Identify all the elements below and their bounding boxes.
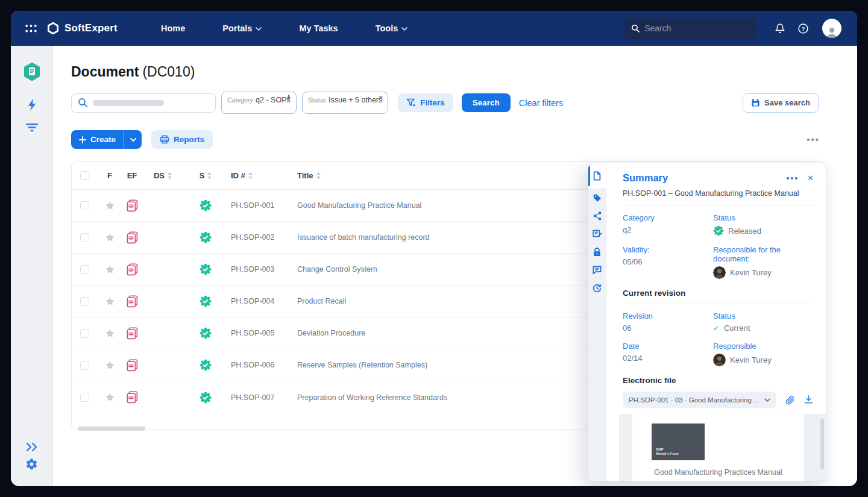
row-checkbox[interactable] bbox=[80, 393, 89, 402]
tab-comments-icon[interactable] bbox=[588, 261, 606, 279]
clear-filters-link[interactable]: Clear filters bbox=[519, 98, 563, 108]
tab-history-icon[interactable] bbox=[588, 279, 606, 297]
close-icon[interactable]: ✕ bbox=[807, 173, 814, 183]
preview-thumbnail: GMP Wendy's Food bbox=[652, 424, 705, 460]
field-doc-responsible: Responsible for the document: Kevin Ture… bbox=[713, 245, 814, 279]
status-filter-chip[interactable]: Status Issue + 5 others ✕ bbox=[302, 92, 389, 114]
filter-lines-icon[interactable] bbox=[25, 123, 39, 133]
preview-caption: Good Manufacturing Practices Manual bbox=[654, 468, 782, 477]
chevron-down-icon bbox=[130, 138, 136, 142]
category-filter-chip[interactable]: Category q2 - SOPs bbox=[221, 92, 297, 114]
column-digital-signature[interactable]: DS bbox=[145, 171, 180, 180]
expand-sidebar-chevrons-icon[interactable] bbox=[25, 442, 39, 452]
svg-text:?: ? bbox=[802, 25, 805, 31]
horizontal-scrollbar[interactable] bbox=[78, 427, 145, 431]
summary-more-options[interactable]: ••• bbox=[786, 173, 799, 183]
left-sidebar bbox=[11, 46, 53, 486]
favorite-star-icon[interactable] bbox=[101, 360, 119, 370]
released-seal-icon bbox=[180, 199, 231, 211]
row-checkbox[interactable] bbox=[80, 201, 89, 210]
favorite-star-icon[interactable] bbox=[101, 296, 119, 307]
favorite-star-icon[interactable] bbox=[101, 392, 119, 402]
preview-page[interactable]: GMP Wendy's Food Good Manufacturing Prac… bbox=[632, 414, 804, 482]
nav-item-home[interactable]: Home bbox=[161, 23, 185, 33]
help-icon[interactable]: ? bbox=[797, 23, 809, 34]
brand-name: SoftExpert bbox=[64, 22, 118, 34]
released-seal-icon bbox=[180, 263, 231, 275]
column-electronic-file[interactable]: EF bbox=[119, 171, 145, 180]
document-id[interactable]: PH.SOP-003 bbox=[231, 265, 297, 274]
field-status: Status Released bbox=[713, 213, 814, 236]
tab-summary-doc-icon[interactable] bbox=[588, 163, 606, 189]
tab-form-edit-icon[interactable] bbox=[588, 225, 606, 243]
document-id[interactable]: PH.SOP-004 bbox=[231, 297, 297, 305]
save-search-button[interactable]: Save search bbox=[743, 93, 819, 113]
list-more-options[interactable]: ••• bbox=[807, 134, 820, 145]
tab-share-icon[interactable] bbox=[588, 207, 606, 225]
pdf-file-icon[interactable]: PDF bbox=[119, 295, 145, 308]
svg-text:PDF: PDF bbox=[128, 333, 133, 335]
column-id[interactable]: ID # bbox=[231, 171, 297, 180]
softexpert-logo-icon bbox=[46, 22, 60, 35]
electronic-file-heading: Electronic file bbox=[623, 376, 814, 385]
favorite-star-icon[interactable] bbox=[101, 201, 119, 211]
settings-gear-icon[interactable] bbox=[25, 458, 38, 470]
row-checkbox[interactable] bbox=[80, 265, 89, 274]
document-id[interactable]: PH.SOP-007 bbox=[231, 393, 297, 402]
favorite-star-icon[interactable] bbox=[101, 264, 119, 275]
select-all-checkbox[interactable] bbox=[80, 171, 89, 180]
pdf-file-icon[interactable]: PDF bbox=[119, 199, 145, 213]
document-id[interactable]: PH.SOP-001 bbox=[231, 201, 297, 210]
document-search-input[interactable] bbox=[71, 93, 216, 113]
remove-filter-icon[interactable]: ✕ bbox=[378, 95, 383, 101]
app-grid-icon[interactable] bbox=[25, 24, 37, 33]
row-checkbox[interactable] bbox=[80, 329, 89, 338]
nav-item-tools[interactable]: Tools bbox=[376, 23, 408, 33]
notifications-bell-icon[interactable] bbox=[775, 23, 785, 34]
favorite-star-icon[interactable] bbox=[101, 328, 119, 339]
row-checkbox[interactable] bbox=[80, 361, 89, 370]
document-id[interactable]: PH.SOP-002 bbox=[231, 233, 297, 242]
svg-text:PDF: PDF bbox=[128, 364, 133, 367]
pdf-file-icon[interactable]: PDF bbox=[119, 390, 145, 404]
document-id[interactable]: PH.SOP-006 bbox=[231, 361, 297, 369]
column-favorite[interactable]: F bbox=[101, 171, 119, 180]
create-dropdown-caret[interactable] bbox=[124, 130, 142, 149]
pin-icon[interactable] bbox=[286, 95, 292, 101]
field-category: Category q2 bbox=[623, 213, 713, 236]
favorite-star-icon[interactable] bbox=[101, 233, 119, 243]
person-icon bbox=[825, 26, 838, 38]
quick-actions-lightning-icon[interactable] bbox=[26, 98, 38, 112]
summary-panel: Summary ••• ✕ PH.SOP-001 – Good Manufact… bbox=[588, 163, 826, 482]
electronic-file-select[interactable]: PH.SOP-001 - 03 - Good Manufacturing ... bbox=[623, 392, 776, 408]
pdf-file-icon[interactable]: PDF bbox=[119, 358, 145, 372]
download-icon[interactable] bbox=[804, 395, 814, 405]
search-button[interactable]: Search bbox=[462, 93, 511, 112]
preview-scrollbar[interactable] bbox=[820, 419, 824, 469]
tab-tag-icon[interactable] bbox=[588, 189, 606, 207]
top-navbar: SoftExpert Home Portals My Tasks Tools ? bbox=[11, 11, 857, 46]
pdf-file-icon[interactable]: PDF bbox=[119, 263, 145, 277]
search-query-skeleton bbox=[93, 100, 164, 106]
nav-item-portals[interactable]: Portals bbox=[222, 23, 262, 33]
global-search[interactable] bbox=[625, 17, 756, 39]
user-avatar[interactable] bbox=[822, 19, 841, 38]
tab-lock-icon[interactable] bbox=[588, 243, 606, 261]
document-module-icon[interactable] bbox=[22, 61, 42, 82]
attachment-paperclip-icon[interactable] bbox=[785, 395, 795, 405]
pdf-file-icon[interactable]: PDF bbox=[119, 327, 145, 340]
check-icon: ✓ bbox=[713, 324, 720, 333]
document-id[interactable]: PH.SOP-005 bbox=[231, 329, 297, 337]
released-seal-icon bbox=[180, 392, 231, 404]
row-checkbox[interactable] bbox=[80, 233, 89, 242]
row-checkbox[interactable] bbox=[80, 297, 89, 306]
global-search-input[interactable] bbox=[644, 23, 750, 33]
create-button[interactable]: Create bbox=[71, 130, 124, 149]
pdf-file-icon[interactable]: PDF bbox=[119, 231, 145, 245]
reports-button[interactable]: Reports bbox=[151, 130, 213, 149]
plus-icon bbox=[79, 136, 86, 143]
column-status[interactable]: S bbox=[180, 171, 231, 180]
filters-button[interactable]: Filters bbox=[398, 93, 453, 112]
brand-logo[interactable]: SoftExpert bbox=[46, 22, 118, 35]
nav-item-my-tasks[interactable]: My Tasks bbox=[299, 23, 338, 33]
